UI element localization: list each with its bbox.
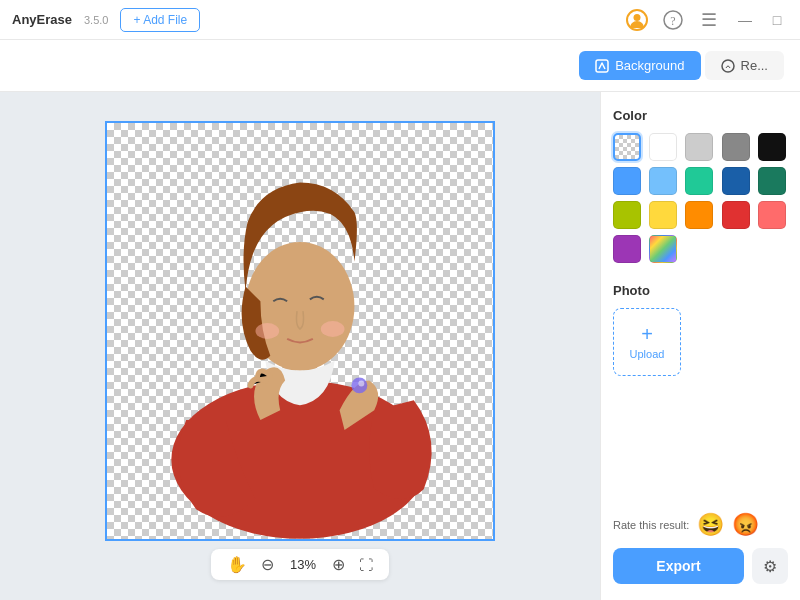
export-button[interactable]: Export bbox=[613, 548, 744, 584]
image-frame[interactable] bbox=[105, 121, 495, 541]
pan-tool-icon[interactable]: ✋ bbox=[227, 555, 247, 574]
export-row: Export ⚙ bbox=[613, 548, 788, 584]
titlebar-right: ? ☰ — □ bbox=[626, 9, 788, 31]
color-swatch-yellowgreen[interactable] bbox=[613, 201, 641, 229]
maximize-button[interactable]: □ bbox=[766, 9, 788, 31]
upload-button[interactable]: + Upload bbox=[613, 308, 681, 376]
color-grid bbox=[613, 133, 788, 263]
color-swatch-gray[interactable] bbox=[722, 133, 750, 161]
photo-section: Photo + Upload bbox=[613, 283, 788, 376]
color-section-title: Color bbox=[613, 108, 788, 123]
svg-point-10 bbox=[321, 321, 345, 337]
settings-button[interactable]: ⚙ bbox=[752, 548, 788, 584]
svg-text:?: ? bbox=[670, 14, 675, 28]
color-swatch-orange[interactable] bbox=[685, 201, 713, 229]
app-name: AnyErase bbox=[12, 12, 72, 27]
color-swatch-salmon[interactable] bbox=[758, 201, 786, 229]
canvas-wrapper bbox=[20, 112, 580, 549]
main-area: ✋ ⊖ 13% ⊕ ⛶ Color bbox=[0, 92, 800, 600]
zoom-out-icon[interactable]: ⊖ bbox=[261, 555, 274, 574]
photo-section-title: Photo bbox=[613, 283, 788, 298]
emoji-angry[interactable]: 😡 bbox=[732, 512, 759, 538]
upload-label: Upload bbox=[630, 348, 665, 360]
app-version: 3.5.0 bbox=[84, 14, 108, 26]
rate-row: Rate this result: 😆 😡 bbox=[613, 512, 788, 538]
minimize-button[interactable]: — bbox=[734, 9, 756, 31]
color-swatch-lightgray[interactable] bbox=[685, 133, 713, 161]
color-swatch-teal[interactable] bbox=[685, 167, 713, 195]
svg-rect-4 bbox=[596, 60, 608, 72]
color-swatch-white[interactable] bbox=[649, 133, 677, 161]
zoom-controls: ✋ ⊖ 13% ⊕ ⛶ bbox=[211, 549, 389, 580]
svg-point-1 bbox=[634, 14, 641, 21]
upload-plus-icon: + bbox=[641, 324, 653, 344]
toolbar: Background Re... bbox=[0, 40, 800, 92]
color-swatch-darkgreen[interactable] bbox=[758, 167, 786, 195]
svg-point-12 bbox=[358, 380, 364, 386]
help-icon[interactable]: ? bbox=[662, 9, 684, 31]
rate-label: Rate this result: bbox=[613, 519, 689, 531]
retouch-tab-icon bbox=[721, 59, 735, 73]
emoji-happy[interactable]: 😆 bbox=[697, 512, 724, 538]
background-tab[interactable]: Background bbox=[579, 51, 700, 80]
titlebar: AnyErase 3.5.0 + Add File ? ☰ — □ bbox=[0, 0, 800, 40]
panel-bottom: Rate this result: 😆 😡 Export ⚙ bbox=[613, 500, 788, 584]
canvas-area[interactable]: ✋ ⊖ 13% ⊕ ⛶ bbox=[0, 92, 600, 600]
zoom-in-icon[interactable]: ⊕ bbox=[332, 555, 345, 574]
menu-icon[interactable]: ☰ bbox=[698, 9, 720, 31]
person-image bbox=[107, 123, 493, 539]
color-swatch-lightblue[interactable] bbox=[649, 167, 677, 195]
zoom-level: 13% bbox=[288, 557, 318, 572]
color-swatch-rainbow[interactable] bbox=[649, 235, 677, 263]
color-swatch-darkblue[interactable] bbox=[722, 167, 750, 195]
account-icon[interactable] bbox=[626, 9, 648, 31]
color-swatch-purple[interactable] bbox=[613, 235, 641, 263]
add-file-button[interactable]: + Add File bbox=[120, 8, 200, 32]
color-swatch-black[interactable] bbox=[758, 133, 786, 161]
window-controls: — □ bbox=[734, 9, 788, 31]
titlebar-left: AnyErase 3.5.0 + Add File bbox=[12, 8, 200, 32]
svg-point-9 bbox=[255, 323, 279, 339]
background-tab-icon bbox=[595, 59, 609, 73]
color-swatch-blue[interactable] bbox=[613, 167, 641, 195]
color-swatch-red[interactable] bbox=[722, 201, 750, 229]
color-swatch-transparent[interactable] bbox=[613, 133, 641, 161]
toolbar-tabs: Background Re... bbox=[579, 51, 784, 80]
fit-screen-icon[interactable]: ⛶ bbox=[359, 557, 373, 573]
color-swatch-yellow[interactable] bbox=[649, 201, 677, 229]
right-panel: Color Photo + bbox=[600, 92, 800, 600]
retouch-tab[interactable]: Re... bbox=[705, 51, 784, 80]
